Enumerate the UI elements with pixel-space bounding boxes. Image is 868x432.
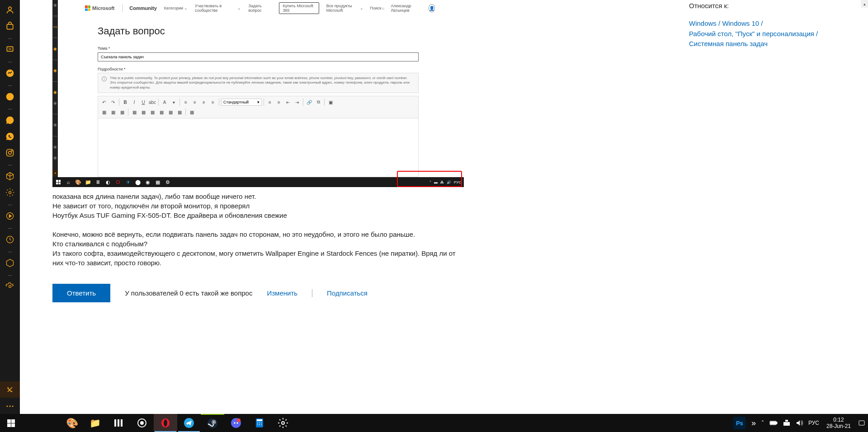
taskbar-app2-icon[interactable]: [130, 414, 154, 432]
sidebar-instagram-icon[interactable]: [0, 145, 20, 161]
taskbar-paint-icon[interactable]: 🎨: [60, 414, 83, 432]
tray-lang[interactable]: РУС: [806, 414, 822, 432]
taskbar-app-icon[interactable]: [107, 414, 130, 432]
buy-microsoft-button[interactable]: Купить Microsoft 365: [279, 2, 319, 14]
sidebar-twitch-icon[interactable]: [0, 42, 20, 58]
emb-app1-icon[interactable]: 🎨: [75, 179, 81, 185]
user-name[interactable]: Александр Латынцев: [391, 4, 422, 13]
sidebar-whatsapp2-icon[interactable]: [0, 128, 20, 145]
emb-steam-icon[interactable]: ⬤: [135, 179, 141, 185]
related-link[interactable]: Windows: [689, 19, 717, 27]
sidebar-bag-icon[interactable]: [0, 18, 20, 34]
table-icon[interactable]: ▦: [100, 108, 108, 116]
align-center-icon[interactable]: ≡: [191, 98, 199, 106]
tray-battery-icon[interactable]: [767, 414, 780, 432]
align-left-icon[interactable]: ≡: [182, 98, 190, 106]
emb-explorer-icon[interactable]: 📁: [85, 179, 91, 185]
t8-icon[interactable]: ▦: [166, 108, 175, 116]
sidebar-gear2-icon[interactable]: [0, 278, 20, 295]
taskbar-telegram-icon[interactable]: [177, 414, 201, 432]
nav-participate[interactable]: Участвовать в сообществе ⌄: [195, 4, 241, 13]
outdent-icon[interactable]: ⇤: [284, 98, 292, 106]
unlink-icon[interactable]: ⧉: [314, 98, 322, 106]
tray-chevron-icon[interactable]: »: [749, 414, 759, 432]
bold-icon[interactable]: B: [121, 98, 129, 106]
strike-icon[interactable]: abc: [148, 98, 156, 106]
taskbar-discord-icon[interactable]: [224, 414, 248, 432]
tray-network-icon[interactable]: [780, 414, 793, 432]
nav-ask[interactable]: Задать вопрос: [248, 4, 271, 13]
microsoft-logo[interactable]: Microsoft: [85, 5, 115, 11]
community-link[interactable]: Community: [129, 5, 157, 11]
separator: —: [0, 34, 20, 42]
t5-icon[interactable]: ▦: [139, 108, 147, 116]
emb-search-icon[interactable]: ⌕: [65, 179, 71, 185]
sidebar-clock-icon[interactable]: [0, 231, 20, 248]
emb-opera-icon[interactable]: O: [115, 179, 121, 185]
ol-icon[interactable]: ≡: [266, 98, 274, 106]
reply-button[interactable]: Ответить: [52, 284, 110, 302]
emb-telegram-icon[interactable]: ✈: [125, 179, 131, 185]
underline-icon[interactable]: U: [139, 98, 147, 106]
taskbar-steam-icon[interactable]: [201, 414, 224, 432]
sidebar-whatsapp-icon[interactable]: [0, 89, 20, 105]
sidebar-cube-icon[interactable]: [0, 168, 20, 184]
indent-icon[interactable]: ⇥: [293, 98, 301, 106]
sidebar-user-icon[interactable]: [0, 2, 20, 18]
ul-icon[interactable]: ≡: [275, 98, 283, 106]
taskbar-opera-icon[interactable]: [154, 414, 177, 432]
align-right-icon[interactable]: ≡: [200, 98, 208, 106]
sidebar-messenger-icon[interactable]: [0, 65, 20, 81]
emb-calc-icon[interactable]: ▦: [155, 179, 161, 185]
edit-link[interactable]: Изменить: [267, 289, 297, 297]
emb-app2-icon[interactable]: Ⅲ: [95, 179, 101, 185]
start-button[interactable]: [0, 414, 22, 432]
tray-clock[interactable]: 0:1228-Jun-21: [822, 417, 855, 430]
t6-icon[interactable]: ▦: [148, 108, 156, 116]
sidebar-gear-icon[interactable]: [0, 184, 20, 201]
image-icon[interactable]: ▣: [326, 98, 335, 106]
user-avatar-icon[interactable]: 👤: [429, 4, 435, 12]
align-justify-icon[interactable]: ≡: [209, 98, 217, 106]
t3-icon[interactable]: ▦: [118, 108, 126, 116]
italic-icon[interactable]: I: [130, 98, 138, 106]
tray-notifications-icon[interactable]: [855, 414, 868, 432]
editor-textarea[interactable]: [98, 118, 419, 177]
tray-photoshop-icon[interactable]: Ps: [731, 414, 749, 432]
sidebar-tools-icon[interactable]: [0, 381, 20, 398]
redo-icon[interactable]: ↷: [109, 98, 117, 106]
undo-icon[interactable]: ↶: [100, 98, 108, 106]
taskbar-settings-icon[interactable]: [271, 414, 295, 432]
sidebar-messenger2-icon[interactable]: [0, 112, 20, 128]
related-link[interactable]: Рабочий стол, "Пуск" и персонализация: [689, 30, 814, 38]
separator: —: [0, 81, 20, 89]
t4-icon[interactable]: ▦: [130, 108, 138, 116]
textcolor-icon[interactable]: A: [160, 98, 169, 106]
taskbar-calc-icon[interactable]: [248, 414, 271, 432]
nav-all-products[interactable]: Все продукты Microsoft ⌄: [326, 4, 364, 13]
related-link[interactable]: Системная панель задач: [689, 40, 768, 47]
style-select[interactable]: Стандартный▾: [221, 99, 262, 106]
sidebar-play-icon[interactable]: [0, 208, 20, 224]
sidebar-cube2-icon[interactable]: [0, 255, 20, 271]
t10-icon[interactable]: ▦: [188, 108, 196, 116]
sidebar-more-icon[interactable]: ⋯: [0, 398, 20, 414]
svg-point-0: [9, 7, 12, 10]
subscribe-link[interactable]: Подписаться: [327, 289, 368, 297]
emb-app4-icon[interactable]: ◉: [145, 179, 151, 185]
tray-overflow-icon[interactable]: ˄: [759, 414, 767, 432]
dropdown-icon[interactable]: ▾: [170, 98, 178, 106]
t7-icon[interactable]: ▦: [157, 108, 165, 116]
related-link[interactable]: Windows 10: [722, 19, 759, 27]
emb-app3-icon[interactable]: ◐: [105, 179, 111, 185]
nav-categories[interactable]: Категории ⌄: [164, 6, 188, 10]
theme-input[interactable]: [98, 52, 419, 61]
tray-volume-icon[interactable]: [793, 414, 806, 432]
emb-start-icon[interactable]: [55, 179, 61, 185]
t9-icon[interactable]: ▦: [175, 108, 184, 116]
search[interactable]: Поиск ⌕: [370, 6, 384, 10]
emb-settings-icon[interactable]: ⚙: [165, 179, 171, 185]
taskbar-explorer-icon[interactable]: 📁: [83, 414, 107, 432]
link-icon[interactable]: 🔗: [305, 98, 313, 106]
t2-icon[interactable]: ▦: [109, 108, 117, 116]
